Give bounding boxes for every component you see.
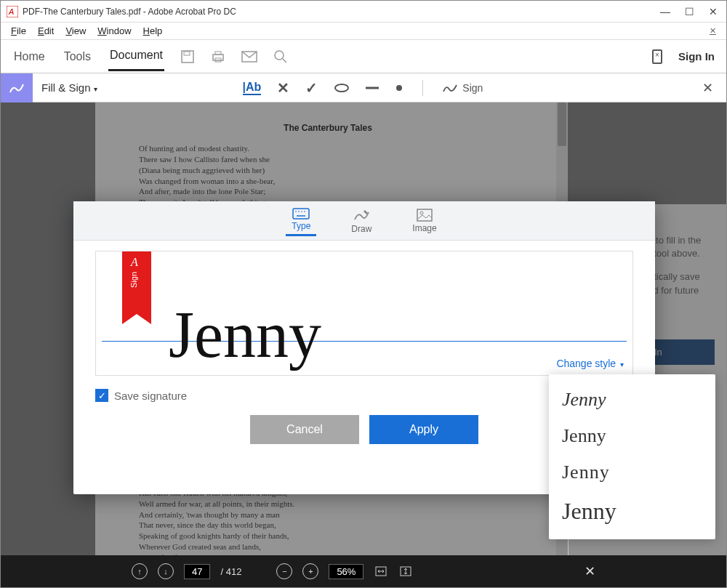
fit-width-icon[interactable] [374, 564, 388, 579]
print-icon[interactable] [211, 49, 225, 64]
tool-dot[interactable] [395, 84, 403, 92]
menu-edit[interactable]: Edit [33, 25, 58, 36]
tool-x[interactable]: ✕ [277, 79, 289, 97]
tab-type[interactable]: Type [286, 205, 316, 236]
save-icon[interactable] [180, 49, 195, 64]
page-down-icon[interactable]: ↓ [158, 563, 174, 579]
signature-preview-box: А Sign Jenny Change style ▾ [95, 251, 633, 376]
minimize-button[interactable]: — [660, 6, 670, 17]
zoom-in-icon[interactable]: + [302, 563, 318, 579]
tool-check[interactable]: ✓ [305, 79, 318, 97]
svg-rect-15 [293, 209, 309, 219]
svg-point-10 [335, 84, 348, 92]
keyboard-icon [292, 208, 310, 220]
sign-in-link[interactable]: Sign In [678, 50, 715, 63]
change-style-link[interactable]: Change style ▾ [556, 358, 624, 369]
style-option-4[interactable]: Jenny [549, 491, 715, 532]
doc-close-icon[interactable]: ✕ [705, 26, 720, 36]
page-controls-toolbar: ↑ ↓ 47 / 412 − + 56% ✕ [1, 555, 726, 587]
nav-tools[interactable]: Tools [63, 43, 92, 71]
fill-sign-toolbar: Fill & Sign▾ |Ab ✕ ✓ Sign ✕ [1, 73, 726, 102]
window-title: PDF-The Canterbury Tales.pdf - Adobe Acr… [23, 7, 660, 17]
page-up-icon[interactable]: ↑ [132, 563, 148, 579]
bottombar-close-icon[interactable]: ✕ [585, 563, 595, 579]
fit-page-icon[interactable] [398, 564, 413, 579]
zoom-out-icon[interactable]: − [276, 563, 292, 579]
cancel-button[interactable]: Cancel [250, 415, 359, 444]
style-option-3[interactable]: Jenny [549, 454, 715, 491]
page-total: / 412 [220, 566, 241, 577]
scrollbar-thumb[interactable] [558, 102, 566, 146]
window-titlebar: A PDF-The Canterbury Tales.pdf - Adobe A… [1, 1, 726, 23]
fill-sign-icon [1, 73, 33, 102]
svg-point-8 [275, 51, 284, 60]
svg-line-9 [283, 59, 286, 63]
signature-style-dropdown: Jenny Jenny Jenny Jenny [549, 374, 715, 539]
main-toolbar: Home Tools Document Sign In [1, 40, 726, 73]
menu-view[interactable]: View [61, 25, 90, 36]
save-signature-checkbox[interactable]: ✓ [95, 389, 108, 402]
svg-rect-4 [213, 55, 223, 60]
tool-oval[interactable] [334, 83, 350, 93]
doc-title: The Canterbury Tales [139, 123, 517, 133]
style-option-1[interactable]: Jenny [549, 382, 715, 418]
tool-line[interactable] [366, 86, 379, 89]
doc-body-bottom: Has each one ridden with his hundred kni… [139, 488, 517, 563]
svg-rect-2 [182, 51, 193, 63]
menu-file[interactable]: File [7, 25, 31, 36]
adobe-logo-icon: А [131, 256, 138, 269]
save-signature-label[interactable]: Save signature [114, 390, 187, 402]
app-icon: A [7, 6, 18, 17]
menu-window[interactable]: Window [93, 25, 135, 36]
search-icon[interactable] [273, 49, 288, 64]
signature-text-input[interactable]: Jenny [169, 302, 321, 368]
fill-sign-dropdown[interactable]: Fill & Sign▾ [41, 81, 97, 94]
tool-text[interactable]: |Ab [243, 81, 262, 95]
close-fillsign-icon[interactable]: ✕ [702, 80, 713, 96]
separator [422, 80, 423, 96]
zoom-level-input[interactable]: 56% [329, 564, 364, 579]
menu-bar: File Edit View Window Help ✕ [1, 23, 726, 40]
svg-rect-21 [417, 209, 432, 221]
tab-image[interactable]: Image [406, 206, 442, 236]
svg-point-22 [420, 212, 423, 214]
draw-icon [353, 208, 370, 222]
nav-home[interactable]: Home [12, 43, 47, 71]
tab-draw[interactable]: Draw [345, 205, 377, 237]
svg-text:A: A [8, 7, 14, 16]
menu-help[interactable]: Help [139, 25, 167, 36]
mail-icon[interactable] [241, 51, 257, 63]
page-number-input[interactable]: 47 [184, 564, 210, 579]
apply-button[interactable]: Apply [369, 415, 478, 444]
close-window-button[interactable]: ✕ [709, 6, 718, 17]
ribbon-label: Sign [129, 272, 138, 288]
style-option-2[interactable]: Jenny [549, 418, 715, 454]
tool-sign[interactable]: Sign [442, 81, 483, 94]
mobile-link-icon[interactable] [652, 49, 662, 64]
nav-document[interactable]: Document [108, 41, 164, 71]
maximize-button[interactable]: ☐ [685, 6, 694, 17]
image-icon [417, 209, 433, 222]
svg-rect-3 [184, 52, 190, 55]
svg-point-12 [396, 85, 402, 91]
